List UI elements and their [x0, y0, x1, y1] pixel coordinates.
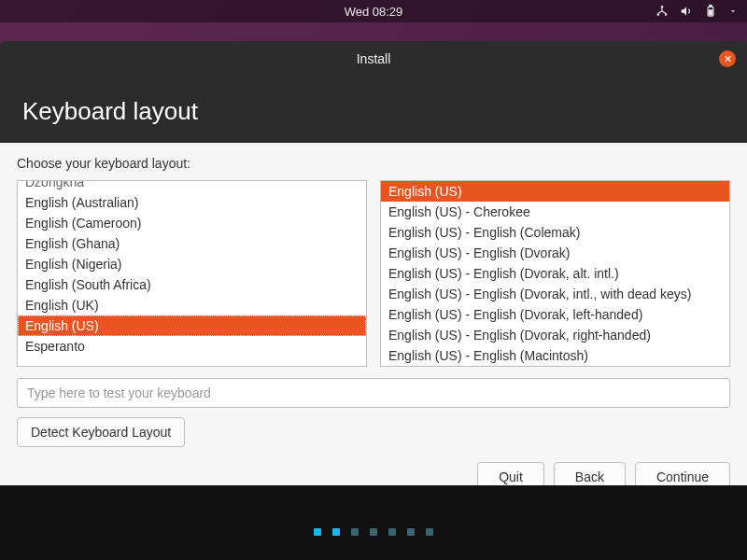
- list-item[interactable]: English (US) - Cherokee: [381, 202, 729, 222]
- list-item[interactable]: English (UK): [18, 295, 366, 315]
- list-item[interactable]: English (US) - English (Dvorak, intl., w…: [381, 284, 729, 304]
- window-title: Install: [357, 51, 391, 66]
- svg-rect-4: [710, 6, 712, 7]
- progress-dots: [314, 528, 433, 536]
- installer-window: Install ✕ Keyboard layout Choose your ke…: [0, 41, 747, 509]
- progress-dot: [351, 528, 359, 536]
- page-header: Keyboard layout: [0, 77, 747, 143]
- list-item[interactable]: Esperanto: [18, 336, 366, 357]
- network-icon[interactable]: [655, 5, 669, 18]
- test-keyboard-input[interactable]: [17, 378, 730, 408]
- progress-dot: [407, 528, 415, 536]
- gnome-topbar: Wed 08:29: [0, 0, 747, 22]
- chevron-down-icon[interactable]: [728, 7, 738, 16]
- progress-dot: [426, 528, 433, 536]
- detect-layout-button[interactable]: Detect Keyboard Layout: [17, 417, 185, 447]
- layout-lists: DzongkhaEnglish (Australian)English (Cam…: [17, 180, 730, 367]
- svg-rect-1: [657, 13, 659, 15]
- progress-dot: [370, 528, 377, 536]
- variant-listbox[interactable]: English (US)English (US) - CherokeeEngli…: [380, 180, 730, 367]
- subheading: Choose your keyboard layout:: [17, 156, 730, 171]
- list-item[interactable]: English (US) - English (Dvorak, right-ha…: [381, 325, 729, 345]
- language-listbox[interactable]: DzongkhaEnglish (Australian)English (Cam…: [17, 180, 367, 367]
- svg-rect-0: [661, 6, 663, 7]
- list-item[interactable]: English (US): [381, 181, 729, 202]
- progress-dot: [314, 528, 321, 536]
- battery-icon[interactable]: [704, 5, 717, 18]
- list-item[interactable]: English (Ghana): [18, 233, 366, 254]
- list-item[interactable]: English (US) - English (Macintosh): [381, 345, 729, 366]
- progress-dot: [388, 528, 396, 536]
- close-button[interactable]: ✕: [719, 50, 736, 67]
- list-item[interactable]: English (Nigeria): [18, 254, 366, 274]
- svg-rect-2: [665, 13, 667, 15]
- close-icon: ✕: [724, 53, 732, 65]
- list-item[interactable]: English (Cameroon): [18, 213, 366, 233]
- svg-rect-5: [709, 10, 712, 15]
- content-area: Choose your keyboard layout: DzongkhaEng…: [0, 143, 747, 509]
- clock[interactable]: Wed 08:29: [345, 5, 403, 19]
- volume-icon[interactable]: [680, 5, 693, 18]
- status-indicators[interactable]: [655, 5, 738, 18]
- list-item[interactable]: English (US) - English (Dvorak, alt. int…: [381, 263, 729, 284]
- list-item[interactable]: English (US) - English (Dvorak, left-han…: [381, 304, 729, 325]
- progress-dot: [332, 528, 340, 536]
- page-title: Keyboard layout: [22, 97, 725, 126]
- footer: [0, 485, 747, 560]
- list-item[interactable]: English (US): [18, 315, 366, 336]
- list-item[interactable]: English (Australian): [18, 192, 366, 213]
- list-item[interactable]: English (US) - English (Colemak): [381, 222, 729, 243]
- window-titlebar: Install ✕: [0, 41, 747, 77]
- list-item[interactable]: English (US) - English (Dvorak): [381, 243, 729, 263]
- list-item[interactable]: Dzongkha: [18, 180, 366, 192]
- list-item[interactable]: English (South Africa): [18, 274, 366, 295]
